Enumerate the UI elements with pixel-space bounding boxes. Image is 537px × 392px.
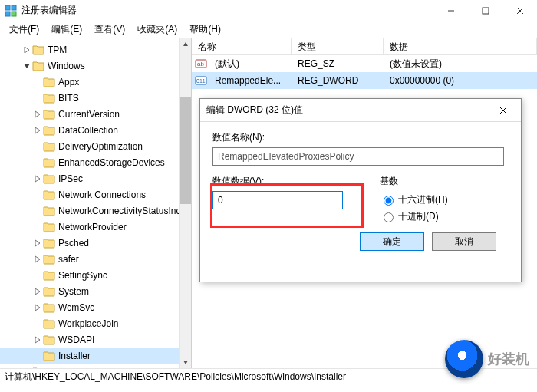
col-name[interactable]: 名称 (192, 38, 292, 54)
status-bar: 计算机\HKEY_LOCAL_MACHINE\SOFTWARE\Policies… (0, 368, 537, 385)
tree-item-label: WcmSvc (58, 302, 99, 313)
folder-icon (43, 318, 55, 329)
col-data[interactable]: 数据 (384, 38, 537, 54)
chevron-right-icon[interactable] (32, 255, 43, 263)
tree-scrollbar[interactable] (179, 38, 191, 368)
tree-item[interactable]: SettingSync (0, 267, 191, 283)
cell-type: REG_SZ (292, 58, 384, 69)
tree-item-label: Windows Advanced Threat Prote (48, 367, 186, 369)
radio-dec-input[interactable] (384, 212, 394, 222)
menu-edit[interactable]: 编辑(E) (45, 21, 88, 38)
chevron-right-icon[interactable] (21, 368, 32, 369)
radio-hex[interactable]: 十六进制(H) (380, 191, 509, 208)
menu-favorites[interactable]: 收藏夹(A) (131, 21, 183, 38)
tree-item[interactable]: WorkplaceJoin (0, 315, 191, 331)
tree-item[interactable]: NetworkProvider (0, 219, 191, 235)
menu-view[interactable]: 查看(V) (88, 21, 131, 38)
svg-marker-19 (183, 42, 188, 46)
cancel-button[interactable]: 取消 (432, 232, 496, 251)
scroll-down-icon[interactable] (180, 356, 192, 368)
tree-item[interactable]: safer (0, 251, 191, 267)
folder-icon (43, 254, 55, 265)
chevron-right-icon[interactable] (32, 239, 43, 247)
data-label: 数值数据(V): (212, 175, 366, 188)
folder-icon (43, 125, 55, 136)
menu-file[interactable]: 文件(F) (3, 21, 45, 38)
col-type[interactable]: 类型 (292, 38, 384, 54)
edit-dword-dialog: 编辑 DWORD (32 位)值 数值名称(N): 数值数据(V): 基数 十六… (199, 98, 522, 282)
close-button[interactable] (502, 0, 537, 21)
folder-icon (43, 238, 55, 249)
tree-item[interactable]: IPSec (0, 170, 191, 186)
tree-item[interactable]: Network Connections (0, 186, 191, 203)
tree-item[interactable]: Windows Advanced Threat Prote (0, 364, 191, 368)
value-name-field[interactable] (212, 147, 504, 166)
chevron-right-icon[interactable] (32, 110, 43, 118)
svg-marker-12 (35, 176, 40, 182)
binary-value-icon: 011 (195, 74, 207, 87)
radio-dec[interactable]: 十进制(D) (380, 208, 509, 225)
tree-item-label: TPM (48, 44, 71, 55)
svg-marker-13 (35, 240, 40, 246)
chevron-down-icon[interactable] (21, 62, 32, 70)
tree-item-label: NetworkConnectivityStatusInc (58, 206, 185, 216)
list-row[interactable]: 011RemappedEle...REG_DWORD0x00000000 (0) (192, 72, 537, 89)
window-title: 注册表编辑器 (21, 4, 433, 17)
dialog-title-bar[interactable]: 编辑 DWORD (32 位)值 (200, 99, 521, 122)
tree-item[interactable]: DataCollection (0, 122, 191, 138)
folder-icon (43, 189, 55, 200)
tree-item[interactable]: WcmSvc (0, 299, 191, 315)
tree-item[interactable]: Windows (0, 58, 191, 74)
tree-item-label: IPSec (58, 173, 87, 184)
svg-marker-17 (35, 337, 40, 343)
list-row[interactable]: ab(默认)REG_SZ(数值未设置) (192, 55, 537, 72)
tree-item[interactable]: Installer (0, 348, 191, 364)
minimize-button[interactable] (433, 0, 468, 21)
tree-item[interactable]: BITS (0, 90, 191, 106)
tree-item[interactable]: WSDAPI (0, 331, 191, 348)
menu-help[interactable]: 帮助(H) (183, 21, 227, 38)
svg-text:011: 011 (196, 78, 206, 84)
maximize-button[interactable] (468, 0, 502, 21)
list-header: 名称 类型 数据 (192, 38, 537, 55)
folder-icon (43, 351, 55, 361)
tree-item[interactable]: CurrentVersion (0, 106, 191, 122)
tree-item[interactable]: Psched (0, 235, 191, 251)
chevron-right-icon[interactable] (21, 46, 32, 54)
cell-name: (默认) (209, 58, 292, 71)
radio-hex-input[interactable] (384, 196, 394, 206)
tree-item[interactable]: TPM (0, 41, 191, 58)
scroll-up-icon[interactable] (180, 38, 192, 51)
value-data-field[interactable] (212, 191, 343, 209)
tree-item[interactable]: NetworkConnectivityStatusInc (0, 203, 191, 219)
chevron-right-icon[interactable] (32, 175, 43, 183)
string-value-icon: ab (195, 58, 207, 70)
chevron-right-icon[interactable] (32, 127, 43, 134)
tree-item[interactable]: Appx (0, 74, 191, 90)
folder-icon (43, 77, 55, 87)
dialog-close-button[interactable] (492, 99, 515, 122)
tree-item[interactable]: DeliveryOptimization (0, 138, 191, 154)
tree-item-label: NetworkProvider (58, 222, 131, 232)
tree-pane: TPMWindowsAppxBITSCurrentVersionDataColl… (0, 38, 192, 368)
svg-marker-8 (25, 47, 29, 53)
cell-data: 0x00000000 (0) (384, 75, 537, 86)
folder-icon (43, 157, 55, 168)
chevron-right-icon[interactable] (32, 336, 43, 344)
tree-item-label: Appx (58, 77, 84, 87)
tree-item-label: WSDAPI (58, 334, 99, 345)
svg-marker-9 (24, 64, 30, 68)
ok-button[interactable]: 确定 (360, 232, 424, 251)
svg-marker-11 (35, 127, 40, 133)
tree-item-label: WorkplaceJoin (58, 318, 123, 329)
folder-icon (43, 206, 55, 216)
folder-icon (43, 109, 55, 120)
tree-item[interactable]: EnhancedStorageDevices (0, 154, 191, 170)
status-path: 计算机\HKEY_LOCAL_MACHINE\SOFTWARE\Policies… (5, 371, 346, 384)
chevron-right-icon[interactable] (32, 288, 43, 295)
tree-item[interactable]: System (0, 283, 191, 299)
chevron-right-icon[interactable] (32, 304, 43, 311)
scroll-thumb[interactable] (180, 97, 191, 204)
folder-icon (43, 270, 55, 281)
tree-item-label: Psched (58, 238, 94, 249)
